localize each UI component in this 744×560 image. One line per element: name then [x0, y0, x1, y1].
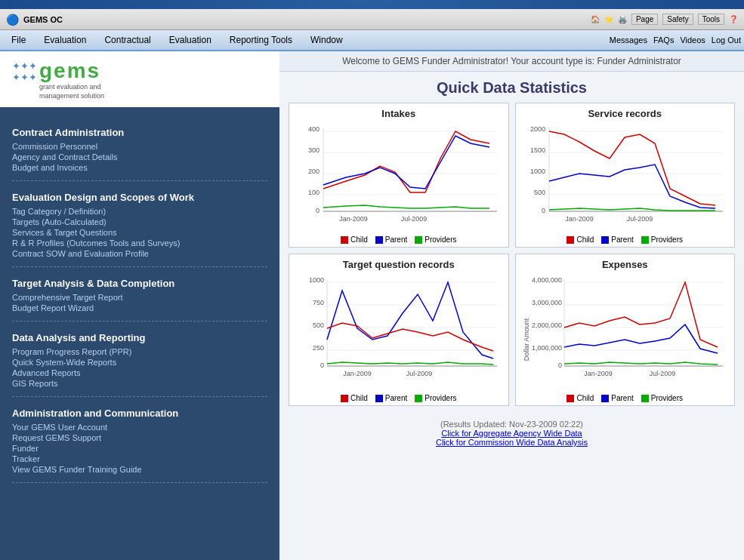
- sidebar-link-training-guide[interactable]: View GEMS Funder Training Guide: [12, 464, 267, 475]
- nav-evaluation1[interactable]: Evaluation: [36, 32, 94, 48]
- sidebar-link-comprehensive-target[interactable]: Comprehensive Target Report: [12, 292, 267, 303]
- sidebar-link-targets[interactable]: Targets (Auto-Calculated): [12, 217, 267, 227]
- nav-bar: File Evaluation Contractual Evaluation R…: [0, 30, 744, 51]
- footer-link-agency[interactable]: Click for Aggregate Agency Wide Data: [287, 429, 736, 438]
- chart-expenses-title: Expenses: [522, 259, 729, 270]
- nav-window[interactable]: Window: [302, 32, 351, 48]
- sidebar-link-quick-reports[interactable]: Quick System-Wide Reports: [12, 357, 267, 368]
- logo-tagline2: management solution: [39, 92, 107, 100]
- svg-text:Jul-2009: Jul-2009: [400, 215, 427, 223]
- sidebar-logo: ✦✦✦✦✦✦ gems™ grant evaluation and manage…: [0, 51, 279, 107]
- nav-messages[interactable]: Messages: [610, 35, 647, 45]
- sidebar-link-rr-profiles[interactable]: R & R Profiles (Outcomes Tools and Surve…: [12, 238, 267, 248]
- footer-link-commission[interactable]: Click for Commission Wide Data Analysis: [287, 438, 736, 447]
- sidebar-link-agency-contract[interactable]: Agency and Contract Details: [12, 152, 267, 162]
- nav-file[interactable]: File: [3, 32, 34, 48]
- svg-text:Jan-2009: Jan-2009: [343, 370, 372, 377]
- svg-text:0: 0: [558, 362, 562, 369]
- nav-faqs[interactable]: FAQs: [653, 35, 675, 45]
- svg-text:300: 300: [308, 146, 320, 154]
- sidebar-link-budget-wizard[interactable]: Budget Report Wizard: [12, 303, 267, 313]
- nav-evaluation2[interactable]: Evaluation: [161, 32, 220, 48]
- nav-logout[interactable]: Log Out: [712, 35, 741, 45]
- svg-text:Dollar Amount: Dollar Amount: [523, 318, 530, 361]
- chart-target-title: Target question records: [295, 259, 502, 270]
- sidebar-section-target-analysis: Target Analysis & Data Completion: [12, 278, 267, 289]
- svg-text:4,000,000: 4,000,000: [532, 276, 562, 284]
- sidebar-link-services-target[interactable]: Services & Target Questions: [12, 227, 267, 238]
- svg-text:1000: 1000: [530, 168, 545, 175]
- welcome-text: Welcome to GEMS Funder Administrator! Yo…: [342, 56, 681, 66]
- chart-intakes-title: Intakes: [295, 108, 502, 119]
- expenses-svg: Dollar Amount 4,000,000 3,000,000 2,000,…: [523, 272, 727, 392]
- charts-grid: Intakes 400 300 200 100 0: [279, 100, 744, 412]
- chart-intakes: Intakes 400 300 200 100 0: [289, 103, 509, 248]
- svg-text:Jul-2009: Jul-2009: [406, 370, 432, 377]
- chart-intakes-legend: Child Parent Providers: [295, 235, 502, 244]
- chart-service-legend: Child Parent Providers: [522, 235, 729, 244]
- sidebar-section-contract-admin: Contract Administration: [12, 127, 267, 138]
- svg-text:200: 200: [308, 168, 320, 175]
- svg-text:1000: 1000: [309, 276, 324, 284]
- svg-text:Jul-2009: Jul-2009: [627, 215, 653, 223]
- svg-text:500: 500: [313, 322, 324, 329]
- logo-tagline1: grant evaluation and: [39, 83, 107, 91]
- divider-1: [12, 180, 267, 181]
- browser-bar: 🔵 GEMS OC 🏠⭐🖨️ Page Safety Tools ❓: [0, 9, 744, 30]
- divider-3: [12, 321, 267, 322]
- chart-service-title: Service records: [522, 108, 729, 119]
- nav-right-items: Messages FAQs Videos Log Out: [610, 35, 741, 45]
- sidebar-link-gis-reports[interactable]: GIS Reports: [12, 378, 267, 389]
- svg-text:1500: 1500: [530, 146, 545, 154]
- nav-reporting-tools[interactable]: Reporting Tools: [221, 32, 301, 48]
- divider-2: [12, 266, 267, 267]
- svg-text:1,000,000: 1,000,000: [532, 344, 562, 352]
- safety-menu[interactable]: Safety: [662, 14, 693, 25]
- intakes-svg: 400 300 200 100 0 Jan-2009 Jul-2009: [297, 121, 501, 234]
- sidebar-link-tracker[interactable]: Tracker: [12, 454, 267, 464]
- svg-text:250: 250: [313, 344, 324, 352]
- sidebar-link-contract-sow[interactable]: Contract SOW and Evaluation Profile: [12, 248, 267, 259]
- chart-target-questions: Target question records 1000 750 500 250…: [289, 254, 509, 406]
- svg-text:Jul-2009: Jul-2009: [650, 370, 676, 377]
- chart-target-legend: Child Parent Providers: [295, 394, 502, 402]
- browser-title: GEMS OC: [23, 15, 63, 24]
- sidebar-link-user-account[interactable]: Your GEMS User Account: [12, 422, 267, 432]
- quick-stats-title: Quick Data Statistics: [279, 72, 744, 100]
- svg-text:750: 750: [313, 299, 324, 306]
- svg-text:500: 500: [534, 189, 545, 196]
- svg-text:100: 100: [308, 189, 320, 196]
- sidebar-link-funder[interactable]: Funder: [12, 443, 267, 454]
- tools-menu[interactable]: Tools: [698, 14, 724, 25]
- divider-5: [12, 482, 267, 483]
- sidebar-link-tag-category[interactable]: Tag Category / Definition): [12, 206, 267, 217]
- svg-text:0: 0: [542, 207, 545, 214]
- sidebar-link-gems-support[interactable]: Request GEMS Support: [12, 432, 267, 443]
- sidebar-section-eval-design: Evaluation Design and Scopes of Work: [12, 192, 267, 203]
- svg-text:2,000,000: 2,000,000: [532, 322, 562, 329]
- sidebar-content: Contract Administration Commission Perso…: [0, 107, 279, 495]
- nav-videos[interactable]: Videos: [680, 35, 705, 45]
- sidebar: ✦✦✦✦✦✦ gems™ grant evaluation and manage…: [0, 51, 279, 560]
- sidebar-link-advanced-reports[interactable]: Advanced Reports: [12, 368, 267, 378]
- svg-text:Jan-2009: Jan-2009: [584, 370, 613, 377]
- nav-contractual[interactable]: Contractual: [96, 32, 159, 48]
- target-svg: 1000 750 500 250 0 Jan-2009 Jul-2009: [297, 272, 501, 392]
- logo-name: gems: [39, 59, 100, 82]
- chart-service-records: Service records 2000 1500 1000 500 0 Jan…: [515, 103, 736, 248]
- browser-chrome-top: [0, 0, 744, 9]
- sidebar-link-budget-invoices[interactable]: Budget and Invoices: [12, 162, 267, 173]
- chart-expenses-legend: Child Parent Providers: [522, 394, 729, 402]
- sidebar-link-ppr[interactable]: Program Progress Report (PPR): [12, 346, 267, 357]
- service-svg: 2000 1500 1000 500 0 Jan-2009 Jul-2009: [523, 121, 727, 234]
- divider-4: [12, 396, 267, 397]
- svg-text:3,000,000: 3,000,000: [532, 299, 562, 306]
- svg-text:400: 400: [308, 125, 320, 133]
- svg-text:0: 0: [316, 207, 320, 214]
- main-container: ✦✦✦✦✦✦ gems™ grant evaluation and manage…: [0, 51, 744, 560]
- sidebar-link-commission-personnel[interactable]: Commission Personnel: [12, 141, 267, 152]
- sidebar-section-data-analysis: Data Analysis and Reporting: [12, 332, 267, 343]
- page-menu[interactable]: Page: [631, 14, 658, 25]
- svg-text:0: 0: [320, 362, 324, 369]
- footer-bar: (Results Updated: Nov-23-2009 02:22) Cli…: [279, 412, 744, 454]
